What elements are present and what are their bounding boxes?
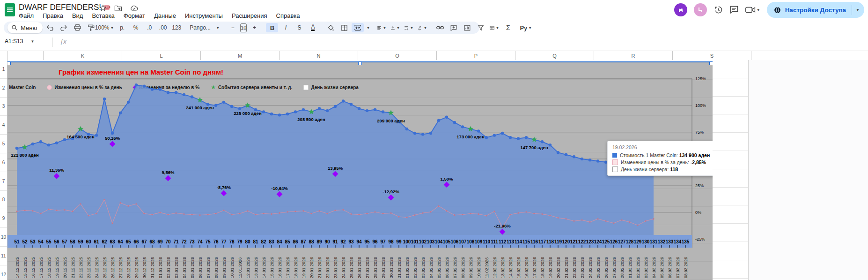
corner-cell[interactable] bbox=[0, 51, 7, 61]
menu-view[interactable]: Вид bbox=[72, 12, 83, 19]
font-size-input[interactable]: 10 bbox=[240, 23, 247, 32]
decrease-font-size-button[interactable]: − bbox=[227, 23, 239, 32]
svg-text:53: 53 bbox=[30, 239, 36, 244]
menu-file[interactable]: Файл bbox=[19, 12, 34, 19]
blue-square-icon bbox=[612, 153, 617, 158]
functions-button[interactable]: Σ bbox=[502, 23, 514, 32]
row-header-1[interactable]: 1 bbox=[0, 60, 7, 79]
row-header-7[interactable]: 7 bbox=[0, 172, 7, 191]
redo-button[interactable] bbox=[58, 23, 70, 32]
print-button[interactable] bbox=[71, 23, 83, 32]
svg-text:23.01.2026: 23.01.2026 bbox=[333, 257, 338, 278]
svg-text:06.02.2026: 06.02.2026 bbox=[445, 257, 449, 278]
row-header-8[interactable]: 8 bbox=[0, 191, 7, 210]
menu-help[interactable]: Справка bbox=[276, 12, 300, 19]
svg-text:208 500 аден: 208 500 аден bbox=[297, 117, 325, 122]
svg-text:9,56%: 9,56% bbox=[162, 170, 175, 175]
svg-text:30.01.2026: 30.01.2026 bbox=[389, 257, 394, 278]
menu-edit[interactable]: Правка bbox=[43, 12, 63, 19]
svg-text:66: 66 bbox=[133, 239, 139, 244]
document-title[interactable]: DWARF DEFENDERS! bbox=[19, 3, 111, 12]
text-rotation-button[interactable]: ▼ bbox=[416, 23, 428, 32]
row-header-2[interactable]: 2 bbox=[0, 79, 7, 98]
input-tools-button[interactable]: Ру▼ bbox=[520, 23, 532, 32]
font-select[interactable]: Pango...▼ bbox=[188, 23, 221, 32]
italic-button[interactable]: I bbox=[280, 23, 292, 32]
insert-link-button[interactable] bbox=[434, 23, 446, 32]
cloud-saved-icon[interactable] bbox=[130, 5, 138, 11]
toolbar-search-menu[interactable]: Меню bbox=[7, 22, 43, 33]
column-header-P[interactable]: P bbox=[437, 51, 515, 61]
name-box-caret-icon[interactable]: ▼ bbox=[30, 39, 34, 44]
row-header-11[interactable]: 11 bbox=[0, 247, 7, 265]
svg-text:03.03.2026: 03.03.2026 bbox=[644, 257, 648, 278]
text-color-button[interactable]: A bbox=[307, 23, 319, 32]
increase-decimals-button[interactable]: .00 bbox=[157, 23, 169, 32]
strikethrough-button[interactable]: S bbox=[293, 23, 305, 32]
share-button[interactable]: Настройки Доступа ▼ bbox=[767, 2, 864, 18]
spreadsheet-grid[interactable]: 1 2 3 4 5 6 7 8 9 10 11 12 График измене… bbox=[0, 60, 868, 280]
sheets-logo-icon[interactable] bbox=[5, 3, 15, 16]
merge-cells-button[interactable] bbox=[352, 23, 364, 32]
menu-insert[interactable]: Вставка bbox=[92, 12, 114, 19]
undo-button[interactable] bbox=[44, 23, 56, 32]
chart-handle-right[interactable] bbox=[709, 61, 713, 65]
format-currency-button[interactable]: р. bbox=[116, 23, 128, 32]
chart-handle-center[interactable] bbox=[358, 61, 362, 65]
version-history-icon[interactable] bbox=[714, 5, 723, 15]
column-header-Q[interactable]: Q bbox=[515, 51, 594, 61]
chart-handle-left[interactable] bbox=[7, 61, 11, 65]
zoom-select[interactable]: 100%▼ bbox=[98, 23, 110, 32]
star-icon[interactable] bbox=[99, 4, 107, 12]
collaborator-avatar-2[interactable] bbox=[694, 3, 707, 16]
table-views-button[interactable]: ▼ bbox=[488, 23, 500, 32]
row-header-3[interactable]: 3 bbox=[0, 98, 7, 116]
collaborator-avatar-1[interactable] bbox=[674, 3, 687, 16]
column-header-L[interactable]: L bbox=[122, 51, 201, 61]
menu-format[interactable]: Формат bbox=[124, 12, 145, 19]
menu-tools[interactable]: Инструменты bbox=[185, 12, 223, 19]
column-header-M[interactable]: M bbox=[201, 51, 280, 61]
meet-camera-icon[interactable]: ▼ bbox=[745, 6, 760, 14]
row-header-4[interactable]: 4 bbox=[0, 116, 7, 135]
svg-text:24.12.2025: 24.12.2025 bbox=[95, 257, 99, 278]
row-header-5[interactable]: 5 bbox=[0, 135, 7, 153]
borders-button[interactable] bbox=[338, 23, 350, 32]
column-header-O[interactable]: O bbox=[358, 51, 437, 61]
svg-text:94: 94 bbox=[356, 239, 362, 244]
row-header-12[interactable]: 12 bbox=[0, 265, 7, 280]
menu-data[interactable]: Данные bbox=[154, 12, 176, 19]
column-header-S[interactable]: S bbox=[673, 51, 751, 61]
bold-button[interactable]: B bbox=[266, 23, 278, 32]
merge-caret-icon[interactable]: ▼ bbox=[366, 26, 370, 30]
create-filter-button[interactable] bbox=[475, 23, 487, 32]
insert-chart-button[interactable] bbox=[461, 23, 473, 32]
vertical-align-button[interactable]: ▼ bbox=[389, 23, 401, 32]
horizontal-align-button[interactable]: ▼ bbox=[375, 23, 388, 32]
increase-font-size-button[interactable]: + bbox=[248, 23, 260, 32]
decrease-decimals-button[interactable]: .0 bbox=[143, 23, 155, 32]
share-caret-icon[interactable]: ▼ bbox=[856, 8, 860, 12]
svg-text:20.01.2026: 20.01.2026 bbox=[309, 257, 314, 278]
fill-color-button[interactable] bbox=[324, 23, 337, 32]
row-header-6[interactable]: 6 bbox=[0, 153, 7, 172]
format-percent-button[interactable]: % bbox=[130, 23, 142, 32]
svg-text:05.02.2026: 05.02.2026 bbox=[437, 257, 441, 278]
more-formats-button[interactable]: 123 bbox=[170, 23, 183, 32]
row-header-9[interactable]: 9 bbox=[0, 209, 7, 228]
name-box[interactable]: A1:S13 ▼ bbox=[5, 38, 48, 45]
row-header-10[interactable]: 10 bbox=[0, 228, 7, 247]
svg-text:106: 106 bbox=[451, 239, 459, 244]
column-header-K[interactable]: K bbox=[44, 51, 122, 61]
menu-extensions[interactable]: Расширения bbox=[232, 12, 267, 19]
move-folder-icon[interactable] bbox=[114, 5, 122, 12]
text-wrap-button[interactable]: ▼ bbox=[403, 23, 415, 32]
comments-icon[interactable] bbox=[729, 5, 739, 15]
svg-text:78: 78 bbox=[229, 239, 235, 244]
column-header-R[interactable]: R bbox=[594, 51, 673, 61]
column-header-partial[interactable] bbox=[7, 51, 44, 61]
svg-text:147 700 аден: 147 700 аден bbox=[520, 145, 548, 150]
column-header-N[interactable]: N bbox=[280, 51, 358, 61]
master-coin-chart[interactable]: График изменения цен на Master Coin по д… bbox=[7, 61, 713, 280]
insert-comment-button[interactable] bbox=[448, 23, 460, 32]
